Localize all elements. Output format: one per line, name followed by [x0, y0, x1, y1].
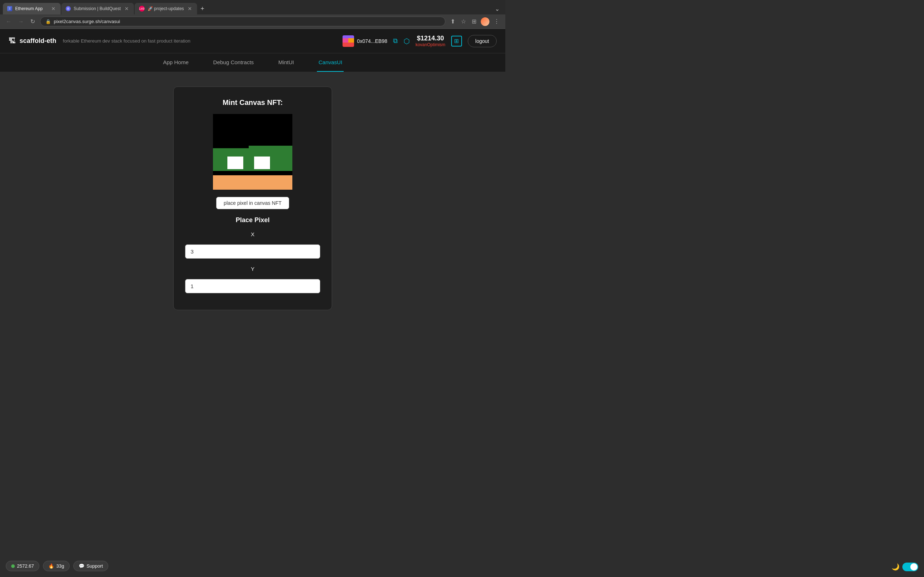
tab-buildquest[interactable]: B Submission | BuildQuest ✕ — [61, 3, 134, 15]
tab-close-updates[interactable]: ✕ — [187, 5, 193, 12]
x-input[interactable] — [185, 245, 320, 259]
canvas-green-main-layer — [213, 148, 292, 171]
menu-icon[interactable]: ⋮ — [492, 16, 501, 26]
forward-button[interactable]: → — [16, 17, 25, 26]
canvas-black-layer — [213, 114, 292, 148]
tab-ethereum-app[interactable]: Ξ Ethereum App ✕ — [3, 3, 61, 15]
brand-icon: 🏗 — [9, 37, 16, 45]
card-title: Mint Canvas NFT: — [223, 98, 283, 107]
balance-section: $1214.30 kovanOptimism — [415, 35, 446, 47]
wallet-address-section: 0x074...EB98 — [342, 35, 387, 47]
tab-title-eth: Ethereum App — [15, 6, 48, 11]
new-tab-button[interactable]: + — [198, 3, 208, 14]
header-right: 0x074...EB98 ⧉ ⬡ $1214.30 kovanOptimism … — [342, 35, 497, 47]
network-name: kovanOptimism — [415, 42, 446, 47]
tab-favicon-eth: Ξ — [7, 6, 12, 11]
canvas-tan-layer — [213, 175, 292, 190]
network-icon: ⬡ — [404, 37, 410, 45]
pixel-canvas — [213, 114, 292, 190]
canvas-card: Mint Canvas NFT: place pixel in canvas N… — [173, 87, 332, 310]
tab-favicon-bq: B — [66, 6, 71, 11]
tab-close-eth[interactable]: ✕ — [50, 5, 56, 12]
x-label: X — [251, 231, 254, 237]
url-text: pixel2canvas.surge.sh/canvasui — [54, 19, 120, 24]
bookmark-icon[interactable]: ☆ — [459, 16, 467, 26]
back-button[interactable]: ← — [4, 17, 13, 26]
y-input[interactable] — [185, 279, 320, 293]
wallet-avatar — [342, 35, 354, 47]
lock-icon: 🔒 — [45, 19, 51, 24]
refresh-button[interactable]: ↻ — [29, 16, 36, 26]
extensions-icon[interactable]: ⊞ — [470, 16, 478, 26]
profile-avatar[interactable] — [481, 17, 489, 26]
tab-badge-notifications: 149 — [139, 6, 145, 11]
brand: 🏗 scaffold-eth forkable Ethereum dev sta… — [9, 37, 190, 45]
address-bar: ← → ↻ 🔒 pixel2canvas.surge.sh/canvasui ⬆… — [0, 15, 505, 29]
nav-item-canvas-ui[interactable]: CanvasUI — [317, 53, 344, 72]
balance-amount: $1214.30 — [417, 35, 444, 42]
canvas-eye-left — [228, 156, 243, 169]
brand-description: forkable Ethereum dev stack focused on f… — [63, 38, 190, 44]
place-pixel-button[interactable]: place pixel in canvas NFT — [216, 197, 289, 209]
nav-item-debug-contracts[interactable]: Debug Contracts — [212, 53, 255, 72]
tab-project-updates[interactable]: 149 🚀 project-updates ✕ — [135, 3, 197, 15]
main-content: Mint Canvas NFT: place pixel in canvas N… — [0, 72, 505, 324]
browser-chrome: Ξ Ethereum App ✕ B Submission | BuildQue… — [0, 0, 505, 29]
tab-title-updates: 🚀 project-updates — [148, 6, 184, 11]
tab-close-bq[interactable]: ✕ — [124, 5, 129, 12]
address-bar-actions: ⬆ ☆ ⊞ ⋮ — [449, 16, 501, 26]
url-bar[interactable]: 🔒 pixel2canvas.surge.sh/canvasui — [40, 16, 446, 26]
app-header: 🏗 scaffold-eth forkable Ethereum dev sta… — [0, 29, 505, 53]
y-label: Y — [251, 266, 254, 272]
wallet-address-text: 0x074...EB98 — [357, 38, 387, 44]
tab-bar: Ξ Ethereum App ✕ B Submission | BuildQue… — [0, 0, 505, 15]
copy-address-icon[interactable]: ⧉ — [393, 37, 398, 45]
wallet-qr-icon[interactable]: ⊞ — [451, 36, 462, 47]
canvas-eye-right — [254, 156, 270, 169]
navigation: App Home Debug Contracts MintUI CanvasUI — [0, 53, 505, 72]
place-pixel-title: Place Pixel — [236, 216, 270, 224]
logout-button[interactable]: logout — [468, 35, 497, 47]
tab-title-bq: Submission | BuildQuest — [74, 6, 121, 11]
share-icon[interactable]: ⬆ — [449, 16, 457, 26]
nav-item-mint-ui[interactable]: MintUI — [277, 53, 295, 72]
brand-name: scaffold-eth — [19, 37, 56, 45]
tab-overflow-button[interactable]: ⌄ — [492, 4, 502, 14]
nav-item-app-home[interactable]: App Home — [162, 53, 190, 72]
